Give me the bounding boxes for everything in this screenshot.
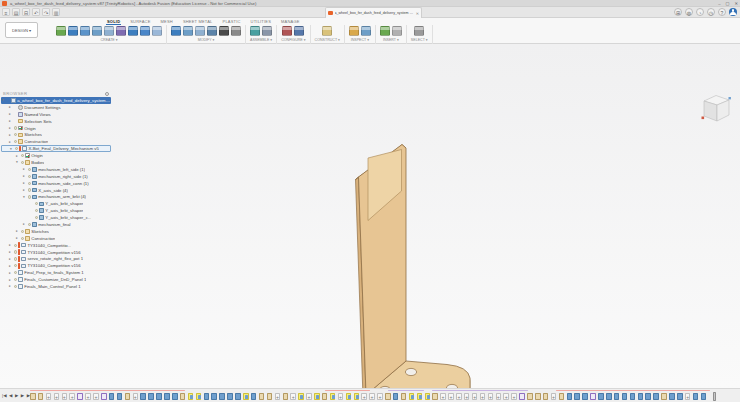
body-feature[interactable] (638, 393, 644, 400)
highlighted-feature[interactable] (425, 393, 431, 400)
ribbon-tab-mesh[interactable]: MESH (160, 19, 174, 24)
browser-item[interactable]: ▸servo_rotate_right_flex_pot 1 (1, 255, 111, 262)
visibility-bulb-icon[interactable] (28, 188, 31, 191)
browser-item[interactable]: ▸Construction (1, 235, 111, 242)
ribbon-tab-utilities[interactable]: UTILITIES (250, 19, 272, 24)
visibility-bulb-icon[interactable] (14, 257, 17, 260)
view-cube[interactable] (696, 90, 736, 130)
browser-item[interactable]: ▸TY31040_Competitio... (1, 242, 111, 249)
joint-feature[interactable] (133, 393, 139, 400)
ribbon-tab-manage[interactable]: MANAGE (280, 19, 301, 24)
file-menu-icon[interactable]: ▤ (12, 8, 20, 16)
ribbon-tab-plastic[interactable]: PLASTIC (222, 19, 242, 24)
browser-filter-icon[interactable] (105, 92, 109, 96)
browser-item[interactable]: ▸Sketches (1, 228, 111, 235)
extensions-icon[interactable]: ⊞ (674, 8, 682, 16)
body-feature[interactable] (109, 393, 115, 400)
browser-item[interactable]: ▸TY31040_Competition v156 (1, 262, 111, 269)
tree-arrow-icon[interactable]: ▸ (22, 188, 26, 192)
joint-feature[interactable] (448, 393, 454, 400)
construction-feature[interactable] (543, 393, 549, 400)
visibility-bulb-icon[interactable] (15, 147, 18, 150)
ribbon-tab-surface[interactable]: SURFACE (129, 19, 151, 24)
sweep-icon[interactable] (92, 26, 102, 36)
body-feature[interactable] (204, 393, 210, 400)
body-feature[interactable] (574, 393, 580, 400)
loft-icon[interactable] (104, 26, 114, 36)
create-sketch-icon[interactable] (56, 26, 66, 36)
body-feature[interactable] (164, 393, 170, 400)
body-feature[interactable] (117, 393, 123, 400)
joint-feature[interactable] (306, 393, 312, 400)
tree-arrow-icon[interactable]: ▸ (8, 140, 12, 144)
sketch-feature[interactable] (77, 393, 83, 400)
maximize-button[interactable]: ▢ (726, 0, 730, 7)
highlighted-feature[interactable] (188, 393, 194, 400)
tree-arrow-icon[interactable]: ▸ (8, 278, 12, 282)
data-panel-toggle-icon[interactable]: ▥ (52, 8, 60, 16)
body-feature[interactable] (393, 393, 399, 400)
step-back-button[interactable]: ◀ (9, 392, 12, 400)
select-icon[interactable] (414, 26, 424, 36)
visibility-bulb-icon[interactable] (28, 168, 31, 171)
visibility-bulb-icon[interactable] (35, 216, 38, 219)
job-status-icon[interactable]: ◍ (685, 8, 693, 16)
insert-mesh-icon[interactable] (380, 26, 390, 36)
body-feature[interactable] (227, 393, 233, 400)
highlighted-feature[interactable] (409, 393, 415, 400)
browser-item[interactable]: ▸Construction (1, 138, 111, 145)
ribbon-group-label[interactable]: CREATE ▾ (100, 38, 117, 42)
highlighted-feature[interactable] (298, 393, 304, 400)
visibility-bulb-icon[interactable] (14, 264, 17, 267)
joint-feature[interactable] (275, 393, 281, 400)
tree-arrow-icon[interactable]: ▸ (22, 181, 26, 185)
tree-arrow-icon[interactable]: ▸ (8, 264, 12, 268)
construction-feature[interactable] (259, 393, 265, 400)
visibility-bulb-icon[interactable] (14, 126, 17, 129)
skip-to-start-button[interactable]: |◀ (2, 392, 7, 400)
visibility-bulb-icon[interactable] (28, 195, 31, 198)
visibility-bulb-icon[interactable] (14, 278, 17, 281)
visibility-bulb-icon[interactable] (14, 271, 17, 274)
visibility-bulb-icon[interactable] (21, 154, 24, 157)
body-feature[interactable] (156, 393, 162, 400)
body-feature[interactable] (606, 393, 612, 400)
browser-item[interactable]: ▸Origin (1, 152, 111, 159)
joint-feature[interactable] (440, 393, 446, 400)
ribbon-group-label[interactable]: CONFIGURE ▾ (281, 38, 305, 42)
ribbon-group-label[interactable]: CONSTRUCT ▾ (315, 38, 340, 42)
tree-arrow-icon[interactable]: ▸ (8, 284, 12, 288)
document-tab[interactable]: a_wheel_box_fer_dash_feed_delivery_syste… (325, 7, 422, 18)
ribbon-group-label[interactable]: ASSEMBLE ▾ (250, 38, 272, 42)
visibility-bulb-icon[interactable] (14, 250, 17, 253)
offset-plane-icon[interactable] (322, 26, 332, 36)
construction-feature[interactable] (267, 393, 273, 400)
body-feature[interactable] (148, 393, 154, 400)
joint-feature[interactable] (456, 393, 462, 400)
visibility-bulb-icon[interactable] (28, 182, 31, 185)
visibility-bulb-icon[interactable] (14, 140, 17, 143)
tree-arrow-icon[interactable]: ▸ (15, 154, 19, 158)
visibility-bulb-icon[interactable] (28, 223, 31, 226)
ribbon-group-label[interactable]: MODIFY ▾ (198, 38, 215, 42)
construction-feature[interactable] (535, 393, 541, 400)
highlighted-feature[interactable] (314, 393, 320, 400)
tree-arrow-icon[interactable]: ▸ (8, 105, 12, 109)
canvas-icon[interactable] (392, 26, 402, 36)
highlighted-feature[interactable] (243, 393, 249, 400)
joint-feature[interactable] (551, 393, 557, 400)
visibility-bulb-icon[interactable] (21, 237, 24, 240)
browser-item[interactable]: ▸mechanism_right_side (1) (1, 173, 111, 180)
history-icon[interactable]: ◔ (696, 8, 704, 16)
browser-item[interactable]: Y_axis_brkt_shaper (1, 200, 111, 207)
play-button[interactable]: ▶ (15, 392, 18, 400)
browser-item[interactable]: ▸X_axis_side (4) (1, 187, 111, 194)
tree-arrow-icon[interactable]: ▸ (22, 174, 26, 178)
browser-item[interactable]: ▸Finals_Customize_DnD_Panel 1 (1, 276, 111, 283)
sketch-feature[interactable] (519, 393, 525, 400)
press-pull-icon[interactable] (171, 26, 181, 36)
tree-arrow-icon[interactable]: ▸ (8, 126, 12, 130)
browser-item[interactable]: ▾Bodies (1, 159, 111, 166)
ribbon-group-label[interactable]: INSPECT ▾ (351, 38, 369, 42)
workspace-selector[interactable]: DESIGN ▾ (5, 22, 38, 38)
